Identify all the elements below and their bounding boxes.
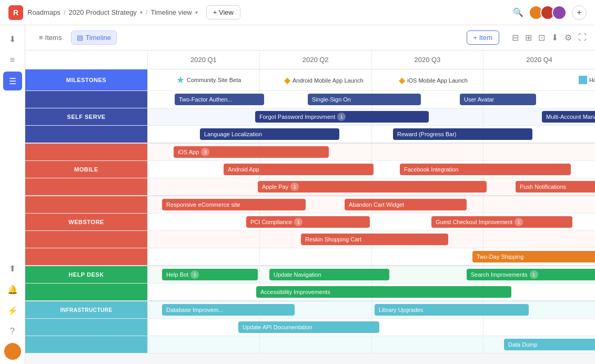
- filter-icon[interactable]: ⊟: [512, 33, 519, 43]
- infra-label-3: [25, 336, 147, 353]
- user-avatars: [529, 5, 567, 20]
- bar-two-factor[interactable]: Two-Factor Authen...: [175, 94, 264, 105]
- infra-label-2: [25, 319, 147, 336]
- sidebar-download[interactable]: ⬇: [3, 29, 22, 48]
- infra-row-2: Update API Documentation: [25, 319, 595, 336]
- milestone-holiday-label: Holiday: [589, 77, 595, 83]
- bar-push-notifications[interactable]: Push Notifications: [516, 181, 595, 193]
- add-view-button[interactable]: + View: [206, 5, 240, 19]
- bar-search-improvements[interactable]: Search Improvements 1: [467, 269, 595, 280]
- sidebar-bell[interactable]: 🔔: [3, 280, 22, 299]
- bar-data-dump[interactable]: Data Dump: [504, 339, 595, 350]
- q3-header: 2020 Q3: [371, 50, 483, 69]
- milestone-community-beta[interactable]: ★ Community Site Beta: [176, 74, 241, 86]
- self-serve-label-3: [25, 126, 147, 143]
- mobile-label-1: [25, 144, 147, 160]
- self-serve-bars-2: Forgot Password Improvment 1 Multi-Accou…: [147, 108, 595, 125]
- group-icon[interactable]: ⊞: [525, 33, 532, 43]
- bar-library-upgrades[interactable]: Library Upgrades: [375, 304, 529, 316]
- tab-items[interactable]: ≡ Items: [34, 31, 67, 44]
- webstore-bars-1: Responsive eCommerce site Abandon Cart W…: [147, 196, 595, 213]
- self-serve-label-2: SELF SERVE: [25, 108, 147, 125]
- mobile-bars-2: Android App Facebook Integration: [147, 161, 595, 178]
- helpdesk-text: HELP DESK: [68, 271, 104, 278]
- bar-guest-checkout[interactable]: Guest Checkout Improvement 1: [431, 216, 572, 228]
- sidebar-list[interactable]: ≡: [3, 50, 22, 69]
- infra-row-3: Data Dump: [25, 336, 595, 353]
- bar-reward-progress[interactable]: Reward (Progress Bar): [393, 128, 532, 140]
- sidebar-flash[interactable]: ⚡: [3, 301, 22, 320]
- bar-reskin-cart[interactable]: Reskin Shopping Cart: [301, 234, 448, 245]
- add-collaborator-button[interactable]: +: [572, 5, 587, 20]
- mobile-section: iOS App 3 MOBILE: [25, 144, 595, 196]
- bar-user-avatar[interactable]: User Avatar: [460, 94, 536, 105]
- milestones-row: MILESTONES ★ Community Site Beta: [25, 69, 595, 91]
- nav-right: 🔍 +: [513, 5, 587, 20]
- infra-bars-1: Database Improvem... Library Upgrades: [147, 301, 595, 318]
- infra-bars-3: Data Dump: [147, 336, 595, 353]
- bar-apple-pay[interactable]: Apple Pay 1: [258, 181, 487, 193]
- bar-android-app[interactable]: Android App: [224, 164, 374, 175]
- webstore-section: Responsive eCommerce site Abandon Cart W…: [25, 196, 595, 266]
- add-item-button[interactable]: + Item: [467, 31, 500, 45]
- tab-timeline[interactable]: ▤ Timeline: [71, 31, 117, 45]
- main-content: ≡ Items ▤ Timeline + Item ⊟ ⊞ ⊡ ⬇ ⚙ ⛶ 20…: [25, 25, 595, 364]
- holiday-rect-icon: [579, 76, 587, 84]
- mobile-bars-3: Apple Pay 1 Push Notifications: [147, 178, 595, 195]
- toolbar-icons: ⊟ ⊞ ⊡ ⬇ ⚙ ⛶: [512, 33, 587, 43]
- bar-accessibility[interactable]: Accessibility Improvements: [256, 286, 511, 298]
- sidebar-help[interactable]: ?: [3, 322, 22, 341]
- bar-database-improvements[interactable]: Database Improvem...: [162, 304, 295, 316]
- milestone-android-label: Android Mobile App Launch: [293, 77, 364, 83]
- bar-two-day-shipping[interactable]: Two-Day Shipping: [472, 251, 595, 262]
- bar-abandon-cart[interactable]: Abandon Cart Widget: [345, 199, 467, 210]
- timeline-area: 2020 Q1 2020 Q2 2020 Q3 2020 Q4 MILESTON…: [25, 50, 595, 364]
- breadcrumb-roadmaps[interactable]: Roadmaps: [27, 8, 60, 16]
- star-icon: ★: [176, 74, 185, 86]
- webstore-bars-2: PCI Compliance 1 Guest Checkout Improvem…: [147, 214, 595, 230]
- items-label: Items: [45, 34, 62, 42]
- breadcrumb-view[interactable]: Timeline view: [150, 8, 191, 16]
- sidebar-timeline[interactable]: ☰: [3, 72, 22, 90]
- sidebar-import[interactable]: ⬆: [3, 259, 22, 278]
- milestones-content: ★ Community Site Beta ◆ Android Mobile A…: [147, 69, 595, 90]
- bar-single-sign-on[interactable]: Single-Sign On: [308, 94, 421, 105]
- bar-help-bot[interactable]: Help Bot 1: [162, 269, 258, 280]
- milestone-android-launch[interactable]: ◆ Android Mobile App Launch: [284, 75, 364, 85]
- avatar-3[interactable]: [552, 5, 567, 20]
- search-icon-nav[interactable]: 🔍: [513, 7, 523, 17]
- sidebar-user-avatar[interactable]: [4, 343, 21, 360]
- bar-forgot-password[interactable]: Forgot Password Improvment 1: [255, 111, 429, 123]
- webstore-bars-4: Two-Day Shipping: [147, 248, 595, 265]
- bar-facebook-integration[interactable]: Facebook Integration: [400, 164, 571, 175]
- mobile-label-2: MOBILE: [25, 161, 147, 178]
- bar-multi-account[interactable]: Multi-Account Mana... 1: [542, 111, 595, 123]
- milestone-holiday[interactable]: Holiday: [579, 76, 595, 84]
- mobile-row-3: Apple Pay 1 Push Notifications: [25, 178, 595, 196]
- collapse-icon[interactable]: ⊡: [538, 33, 545, 43]
- infra-text: INFRASTRUCTURE: [60, 307, 112, 313]
- view-toolbar: ≡ Items ▤ Timeline + Item ⊟ ⊞ ⊡ ⬇ ⚙ ⛶: [25, 25, 595, 50]
- milestone-ios-launch[interactable]: ◆ iOS Mobile App Launch: [399, 75, 468, 85]
- helpdesk-row-1: HELP DESK Help Bot 1: [25, 266, 595, 284]
- helpdesk-label-2: [25, 284, 147, 300]
- webstore-label-2: WEBSTORE: [25, 214, 147, 230]
- webstore-row-2: WEBSTORE PCI Compliance 1: [25, 214, 595, 231]
- bar-language-loc[interactable]: Language Localization: [200, 128, 339, 140]
- fullscreen-icon[interactable]: ⛶: [578, 33, 587, 43]
- infra-bars-2: Update API Documentation: [147, 319, 595, 336]
- bar-update-api[interactable]: Update API Documentation: [238, 321, 379, 333]
- bar-ios-app[interactable]: iOS App 3: [174, 146, 329, 158]
- breadcrumb-sep2: /: [146, 8, 148, 16]
- app-logo[interactable]: R: [8, 5, 23, 20]
- milestone-community-beta-label: Community Site Beta: [187, 77, 241, 83]
- breadcrumb-caret1: ▾: [140, 9, 143, 15]
- self-serve-section: Two-Factor Authen... Single-Sign On User…: [25, 91, 595, 144]
- settings-icon[interactable]: ⚙: [564, 33, 572, 43]
- bar-pci-compliance[interactable]: PCI Compliance 1: [246, 216, 370, 228]
- bar-update-navigation[interactable]: Update Navigation: [269, 269, 389, 280]
- export-icon[interactable]: ⬇: [551, 33, 558, 43]
- gantt-grid[interactable]: MILESTONES ★ Community Site Beta: [25, 69, 595, 364]
- breadcrumb-strategy[interactable]: 2020 Product Strategy: [69, 8, 137, 16]
- bar-responsive-ecommerce[interactable]: Responsive eCommerce site: [162, 199, 306, 210]
